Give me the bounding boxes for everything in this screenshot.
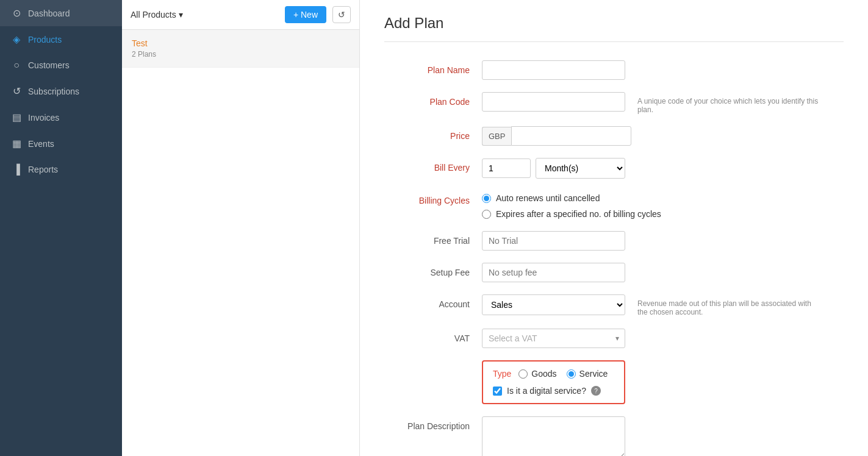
vat-row: VAT Select a VAT ▾ <box>384 329 844 348</box>
sidebar: ⊙ Dashboard ◈ Products ○ Customers ↺ Sub… <box>0 0 122 456</box>
price-row: Price GBP <box>384 126 844 146</box>
customers-icon: ○ <box>11 60 22 71</box>
sidebar-label-invoices: Invoices <box>28 113 59 123</box>
plan-description-row: Plan Description <box>384 416 844 456</box>
billing-expires-option[interactable]: Expires after a specified no. of billing… <box>482 209 661 219</box>
dropdown-arrow-icon: ▾ <box>179 10 183 20</box>
type-row: Type Goods Service Is it a digital servi… <box>384 360 844 404</box>
all-products-button[interactable]: All Products ▾ <box>131 10 183 20</box>
price-input[interactable] <box>511 126 631 146</box>
type-box: Type Goods Service Is it a digital servi… <box>482 360 625 404</box>
sidebar-label-subscriptions: Subscriptions <box>28 87 79 96</box>
plan-code-hint: A unique code of your choice which lets … <box>637 92 820 114</box>
plan-code-row: Plan Code A unique code of your choice w… <box>384 92 844 114</box>
type-service-option[interactable]: Service <box>567 369 608 379</box>
plan-name-input[interactable] <box>482 60 625 80</box>
free-trial-label: Free Trial <box>384 231 482 246</box>
plan-description-textarea[interactable] <box>482 416 625 456</box>
type-goods-option[interactable]: Goods <box>518 369 556 379</box>
digital-service-checkbox[interactable] <box>493 387 502 396</box>
reports-icon: ▐ <box>11 164 22 175</box>
currency-badge: GBP <box>482 127 511 146</box>
plan-name-label: Plan Name <box>384 60 482 75</box>
invoices-icon: ▤ <box>11 112 22 123</box>
sidebar-item-invoices[interactable]: ▤ Invoices <box>0 104 122 130</box>
new-label: + New <box>293 10 318 20</box>
sidebar-label-reports: Reports <box>28 165 58 174</box>
digital-service-label: Is it a digital service? <box>507 386 586 396</box>
type-service-radio[interactable] <box>567 369 576 379</box>
dashboard-icon: ⊙ <box>11 7 22 19</box>
new-button[interactable]: + New <box>285 6 326 23</box>
bill-period-select[interactable]: Month(s) Week(s) Year(s) <box>536 158 625 179</box>
digital-service-row: Is it a digital service? ? <box>493 386 614 396</box>
sidebar-label-customers: Customers <box>28 60 70 70</box>
billing-expires-label: Expires after a specified no. of billing… <box>496 209 661 219</box>
vat-select-wrapper: Select a VAT ▾ <box>482 329 625 348</box>
bill-every-row: Bill Every 1 Month(s) Week(s) Year(s) <box>384 158 844 179</box>
product-list-panel: All Products ▾ + New ↺ Test 2 Plans <box>122 0 360 456</box>
plan-description-label: Plan Description <box>384 416 482 431</box>
bill-every-number-input[interactable]: 1 <box>482 159 531 178</box>
events-icon: ▦ <box>11 138 22 149</box>
plan-code-label: Plan Code <box>384 92 482 107</box>
digital-service-help-icon[interactable]: ? <box>591 386 601 396</box>
sidebar-item-customers[interactable]: ○ Customers <box>0 52 122 78</box>
billing-cycles-label: Billing Cycles <box>384 191 482 205</box>
bill-every-group: 1 Month(s) Week(s) Year(s) <box>482 158 625 179</box>
plan-name-row: Plan Name <box>384 60 844 80</box>
billing-auto-renew-label: Auto renews until cancelled <box>496 193 600 203</box>
vat-label: VAT <box>384 329 482 343</box>
billing-auto-renew-radio[interactable] <box>482 194 491 203</box>
product-name: Test <box>132 38 350 48</box>
main-content: Add Plan Plan Name Plan Code A unique co… <box>360 0 868 456</box>
sidebar-item-products[interactable]: ◈ Products <box>0 26 122 52</box>
all-products-label: All Products <box>131 10 176 20</box>
setup-fee-input[interactable] <box>482 263 625 282</box>
billing-auto-renew-option[interactable]: Auto renews until cancelled <box>482 193 661 203</box>
setup-fee-label: Setup Fee <box>384 263 482 277</box>
sidebar-label-events: Events <box>28 139 54 149</box>
price-input-group: GBP <box>482 126 625 146</box>
product-list-item[interactable]: Test 2 Plans <box>122 30 359 68</box>
account-row: Account Sales Revenue made out of this p… <box>384 294 844 316</box>
sidebar-item-dashboard[interactable]: ⊙ Dashboard <box>0 0 122 26</box>
type-goods-label: Goods <box>531 369 556 379</box>
account-hint: Revenue made out of this plan will be as… <box>637 294 820 316</box>
product-sub: 2 Plans <box>132 50 350 59</box>
vat-select[interactable]: Select a VAT <box>482 329 625 348</box>
type-radios: Goods Service <box>518 369 608 379</box>
bill-every-label: Bill Every <box>384 158 482 173</box>
type-top: Type Goods Service <box>493 369 614 379</box>
sidebar-item-events[interactable]: ▦ Events <box>0 130 122 157</box>
sidebar-item-subscriptions[interactable]: ↺ Subscriptions <box>0 78 122 104</box>
sidebar-label-dashboard: Dashboard <box>28 9 70 18</box>
page-title: Add Plan <box>384 15 844 42</box>
setup-fee-row: Setup Fee <box>384 263 844 282</box>
sidebar-item-reports[interactable]: ▐ Reports <box>0 157 122 182</box>
free-trial-row: Free Trial <box>384 231 844 251</box>
products-icon: ◈ <box>11 34 22 45</box>
sidebar-label-products: Products <box>28 35 62 45</box>
type-service-label: Service <box>579 369 608 379</box>
billing-cycles-options: Auto renews until cancelled Expires afte… <box>482 191 661 219</box>
type-label: Type <box>493 369 511 379</box>
plan-code-input[interactable] <box>482 92 625 112</box>
refresh-button[interactable]: ↺ <box>332 6 351 23</box>
product-list-header: All Products ▾ + New ↺ <box>122 0 359 30</box>
subscriptions-icon: ↺ <box>11 85 22 97</box>
type-form-label-spacer <box>384 360 482 368</box>
type-goods-radio[interactable] <box>518 369 528 379</box>
refresh-icon: ↺ <box>338 10 345 20</box>
billing-expires-radio[interactable] <box>482 210 491 219</box>
price-label: Price <box>384 126 482 141</box>
billing-cycles-row: Billing Cycles Auto renews until cancell… <box>384 191 844 219</box>
free-trial-input[interactable] <box>482 231 625 251</box>
account-select[interactable]: Sales <box>482 294 625 315</box>
account-label: Account <box>384 294 482 309</box>
